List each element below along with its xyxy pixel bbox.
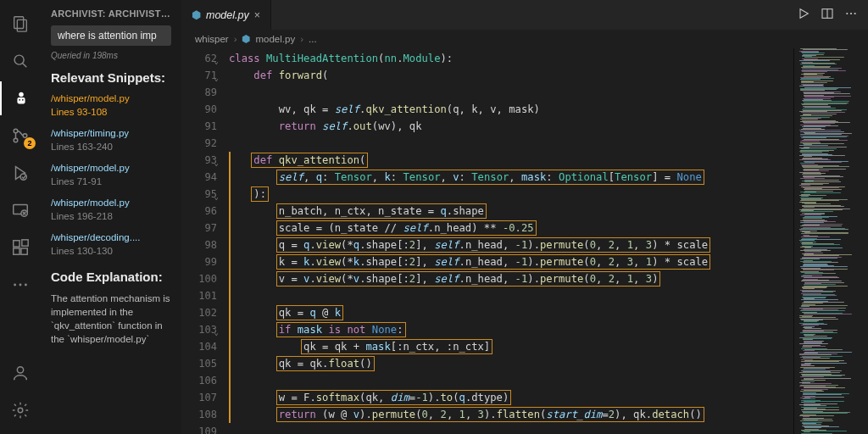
account-icon[interactable] (0, 356, 41, 390)
snippet-item[interactable]: /whisper/timing.pyLines 163-240 (51, 127, 171, 153)
scm-badge: 2 (24, 137, 36, 149)
svg-line-3 (23, 64, 27, 68)
remote-icon[interactable] (0, 193, 41, 227)
svg-rect-0 (14, 17, 24, 29)
snippet-item[interactable]: /whisper/model.pyLines 71-91 (51, 162, 171, 188)
svg-point-31 (854, 12, 856, 14)
svg-point-10 (23, 134, 27, 138)
svg-point-29 (846, 12, 848, 14)
snippet-path: /whisper/decoding.... (51, 231, 171, 245)
query-time: Queried in 198ms (51, 51, 171, 60)
svg-point-22 (19, 284, 22, 287)
minimap[interactable] (793, 48, 868, 434)
snippets-heading: Relevant Snippets: (51, 70, 171, 86)
sidebar: ARCHIVIST: ARCHIVIST ... Queried in 198m… (41, 0, 181, 434)
svg-point-2 (14, 55, 24, 64)
svg-point-30 (850, 12, 852, 14)
tab-label: model.py (206, 9, 249, 21)
snippet-path: /whisper/timing.py (51, 127, 171, 141)
svg-rect-20 (22, 240, 28, 246)
explain-body: The attention mechanism is implemented i… (51, 292, 171, 346)
svg-point-24 (17, 367, 23, 373)
snippet-lines: Lines 163-240 (51, 141, 171, 154)
chevron-right-icon: › (300, 34, 303, 44)
tab-model-py[interactable]: ⬢ model.py × (181, 0, 271, 30)
explorer-icon[interactable] (0, 7, 41, 41)
editor-area: ⬢ model.py × whisper › ⬢ model.py › ... … (181, 0, 868, 434)
explain-heading: Code Explanation: (51, 270, 171, 285)
gear-icon[interactable] (0, 393, 41, 427)
archivist-icon[interactable] (0, 81, 41, 115)
svg-point-9 (14, 138, 18, 142)
extensions-icon[interactable] (0, 231, 41, 264)
svg-point-8 (14, 129, 18, 133)
chevron-right-icon: › (234, 34, 237, 44)
svg-point-21 (14, 284, 16, 287)
run-file-icon[interactable] (797, 7, 810, 24)
activity-bar: 2 (0, 0, 41, 434)
breadcrumb[interactable]: whisper › ⬢ model.py › ... (181, 30, 868, 48)
svg-rect-1 (17, 19, 26, 31)
split-editor-icon[interactable] (821, 7, 834, 24)
close-icon[interactable]: × (254, 9, 260, 21)
snippet-lines: Lines 196-218 (51, 210, 171, 224)
scm-icon[interactable]: 2 (0, 119, 41, 153)
python-file-icon: ⬢ (192, 8, 201, 21)
snippet-item[interactable]: /whisper/model.pyLines 196-218 (51, 197, 171, 223)
svg-marker-26 (800, 8, 808, 18)
snippet-path: /whisper/model.py (51, 197, 171, 210)
svg-point-25 (18, 408, 23, 413)
snippet-path: /whisper/model.py (51, 92, 171, 106)
python-file-icon: ⬢ (242, 33, 250, 45)
snippet-lines: Lines 93-108 (51, 106, 171, 120)
search-icon[interactable] (0, 44, 41, 78)
tab-actions (797, 0, 868, 30)
snippet-item[interactable]: /whisper/model.pyLines 93-108 (51, 92, 171, 119)
breadcrumb-seg[interactable]: model.py (255, 34, 295, 44)
snippets-list: /whisper/model.pyLines 93-108/whisper/ti… (51, 92, 171, 258)
snippet-item[interactable]: /whisper/decoding....Lines 130-130 (51, 231, 171, 258)
svg-rect-18 (14, 248, 19, 254)
line-gutter: 62⌄71⌄8990919293⌄9495⌄969798991001011021… (181, 48, 229, 434)
svg-rect-5 (17, 97, 25, 103)
code-content[interactable]: class MultiHeadAttention(nn.Module): def… (229, 48, 793, 434)
search-input[interactable] (51, 25, 171, 46)
tab-row: ⬢ model.py × (181, 0, 868, 30)
svg-point-6 (19, 99, 20, 101)
svg-rect-19 (21, 248, 27, 254)
more-icon[interactable] (0, 268, 41, 302)
svg-point-4 (19, 92, 24, 97)
snippet-path: /whisper/model.py (51, 162, 171, 175)
snippet-lines: Lines 71-91 (51, 175, 171, 189)
breadcrumb-seg[interactable]: whisper (195, 34, 229, 44)
code-editor[interactable]: 62⌄71⌄8990919293⌄9495⌄969798991001011021… (181, 48, 868, 434)
svg-point-7 (22, 99, 24, 101)
run-icon[interactable] (0, 156, 41, 190)
svg-point-23 (25, 284, 27, 287)
snippet-lines: Lines 130-130 (51, 245, 171, 259)
svg-rect-17 (14, 241, 19, 247)
breadcrumb-seg[interactable]: ... (309, 34, 317, 44)
sidebar-title: ARCHIVIST: ARCHIVIST ... (51, 8, 171, 19)
more-actions-icon[interactable] (844, 7, 858, 24)
